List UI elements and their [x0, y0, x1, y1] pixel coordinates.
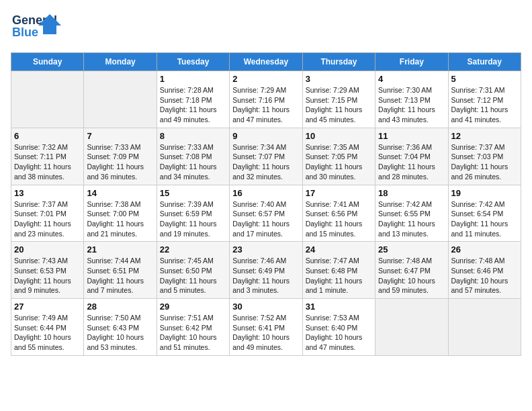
day-number: 17 — [306, 188, 372, 198]
calendar-cell: 4Sunrise: 7:30 AMSunset: 7:13 PMDaylight… — [375, 71, 448, 128]
calendar-cell: 1Sunrise: 7:28 AMSunset: 7:18 PMDaylight… — [157, 71, 229, 128]
day-info: Sunrise: 7:52 AMSunset: 6:41 PMDaylight:… — [232, 313, 299, 353]
day-number: 2 — [232, 74, 299, 84]
day-info: Sunrise: 7:32 AMSunset: 7:11 PMDaylight:… — [14, 142, 81, 182]
day-number: 28 — [87, 302, 153, 312]
day-info: Sunrise: 7:45 AMSunset: 6:50 PMDaylight:… — [160, 256, 226, 295]
calendar-cell: 11Sunrise: 7:36 AMSunset: 7:04 PMDayligh… — [375, 128, 448, 185]
calendar-cell: 10Sunrise: 7:35 AMSunset: 7:05 PMDayligh… — [302, 128, 375, 185]
day-number: 10 — [306, 131, 372, 141]
header-row: SundayMondayTuesdayWednesdayThursdayFrid… — [11, 53, 521, 71]
calendar-cell: 29Sunrise: 7:51 AMSunset: 6:42 PMDayligh… — [157, 299, 229, 356]
calendar-cell: 9Sunrise: 7:34 AMSunset: 7:07 PMDaylight… — [230, 128, 302, 185]
calendar-cell: 15Sunrise: 7:39 AMSunset: 6:59 PMDayligh… — [157, 185, 229, 242]
logo-svg: GeneralBlue — [11, 11, 64, 44]
calendar-week-row: 13Sunrise: 7:37 AMSunset: 7:01 PMDayligh… — [11, 185, 521, 242]
day-number: 30 — [232, 302, 299, 312]
calendar-cell: 14Sunrise: 7:38 AMSunset: 7:00 PMDayligh… — [84, 185, 157, 242]
day-number: 3 — [306, 74, 372, 84]
calendar-cell: 3Sunrise: 7:29 AMSunset: 7:15 PMDaylight… — [302, 71, 375, 128]
calendar-cell — [11, 71, 84, 128]
day-number: 29 — [160, 302, 226, 312]
calendar-cell: 30Sunrise: 7:52 AMSunset: 6:41 PMDayligh… — [230, 299, 302, 356]
calendar-cell: 5Sunrise: 7:31 AMSunset: 7:12 PMDaylight… — [448, 71, 521, 128]
calendar-cell: 12Sunrise: 7:37 AMSunset: 7:03 PMDayligh… — [448, 128, 521, 185]
day-number: 5 — [451, 74, 518, 84]
day-number: 13 — [14, 188, 81, 198]
calendar-cell: 24Sunrise: 7:47 AMSunset: 6:48 PMDayligh… — [302, 242, 375, 299]
day-info: Sunrise: 7:38 AMSunset: 7:00 PMDaylight:… — [87, 199, 153, 239]
day-number: 14 — [87, 188, 153, 198]
day-number: 4 — [378, 74, 445, 84]
calendar-week-row: 27Sunrise: 7:49 AMSunset: 6:44 PMDayligh… — [11, 299, 521, 356]
day-info: Sunrise: 7:35 AMSunset: 7:05 PMDaylight:… — [306, 142, 372, 182]
day-info: Sunrise: 7:33 AMSunset: 7:08 PMDaylight:… — [160, 142, 226, 182]
header-day: Thursday — [302, 53, 375, 71]
day-info: Sunrise: 7:42 AMSunset: 6:54 PMDaylight:… — [451, 199, 518, 239]
calendar-cell: 21Sunrise: 7:44 AMSunset: 6:51 PMDayligh… — [84, 242, 157, 299]
day-number: 25 — [378, 244, 445, 255]
calendar-cell: 18Sunrise: 7:42 AMSunset: 6:55 PMDayligh… — [375, 185, 448, 242]
day-info: Sunrise: 7:44 AMSunset: 6:51 PMDaylight:… — [87, 256, 153, 295]
day-info: Sunrise: 7:29 AMSunset: 7:16 PMDaylight:… — [232, 85, 299, 125]
day-info: Sunrise: 7:48 AMSunset: 6:46 PMDaylight:… — [451, 256, 518, 295]
calendar-header: SundayMondayTuesdayWednesdayThursdayFrid… — [11, 53, 521, 71]
day-number: 9 — [232, 131, 299, 141]
header-day: Saturday — [448, 53, 521, 71]
calendar-week-row: 1Sunrise: 7:28 AMSunset: 7:18 PMDaylight… — [11, 71, 521, 128]
day-info: Sunrise: 7:39 AMSunset: 6:59 PMDaylight:… — [160, 199, 226, 239]
day-info: Sunrise: 7:48 AMSunset: 6:47 PMDaylight:… — [378, 256, 445, 295]
calendar-table: SundayMondayTuesdayWednesdayThursdayFrid… — [11, 52, 521, 356]
calendar-cell — [448, 299, 521, 356]
day-number: 23 — [232, 244, 299, 255]
day-info: Sunrise: 7:49 AMSunset: 6:44 PMDaylight:… — [14, 313, 81, 353]
day-info: Sunrise: 7:30 AMSunset: 7:13 PMDaylight:… — [378, 85, 445, 125]
day-info: Sunrise: 7:28 AMSunset: 7:18 PMDaylight:… — [160, 85, 226, 125]
day-number: 7 — [87, 131, 153, 141]
day-number: 26 — [451, 244, 518, 255]
day-info: Sunrise: 7:33 AMSunset: 7:09 PMDaylight:… — [87, 142, 153, 182]
day-number: 27 — [14, 302, 81, 312]
calendar-cell: 7Sunrise: 7:33 AMSunset: 7:09 PMDaylight… — [84, 128, 157, 185]
calendar-cell: 8Sunrise: 7:33 AMSunset: 7:08 PMDaylight… — [157, 128, 229, 185]
calendar-cell: 27Sunrise: 7:49 AMSunset: 6:44 PMDayligh… — [11, 299, 84, 356]
day-number: 1 — [160, 74, 226, 84]
day-info: Sunrise: 7:31 AMSunset: 7:12 PMDaylight:… — [451, 85, 518, 125]
calendar-cell — [375, 299, 448, 356]
calendar-body: 1Sunrise: 7:28 AMSunset: 7:18 PMDaylight… — [11, 71, 521, 356]
calendar-cell: 20Sunrise: 7:43 AMSunset: 6:53 PMDayligh… — [11, 242, 84, 299]
calendar-cell: 2Sunrise: 7:29 AMSunset: 7:16 PMDaylight… — [230, 71, 302, 128]
header-day: Friday — [375, 53, 448, 71]
day-info: Sunrise: 7:37 AMSunset: 7:03 PMDaylight:… — [451, 142, 518, 182]
calendar-cell: 19Sunrise: 7:42 AMSunset: 6:54 PMDayligh… — [448, 185, 521, 242]
day-info: Sunrise: 7:34 AMSunset: 7:07 PMDaylight:… — [232, 142, 299, 182]
day-info: Sunrise: 7:50 AMSunset: 6:43 PMDaylight:… — [87, 313, 153, 353]
day-info: Sunrise: 7:37 AMSunset: 7:01 PMDaylight:… — [14, 199, 81, 239]
day-number: 11 — [378, 131, 445, 141]
calendar-cell: 17Sunrise: 7:41 AMSunset: 6:56 PMDayligh… — [302, 185, 375, 242]
header-day: Tuesday — [157, 53, 229, 71]
day-number: 21 — [87, 244, 153, 255]
day-number: 22 — [160, 244, 226, 255]
header-day: Wednesday — [230, 53, 302, 71]
day-info: Sunrise: 7:42 AMSunset: 6:55 PMDaylight:… — [378, 199, 445, 239]
day-number: 16 — [232, 188, 299, 198]
day-info: Sunrise: 7:41 AMSunset: 6:56 PMDaylight:… — [306, 199, 372, 239]
day-info: Sunrise: 7:47 AMSunset: 6:48 PMDaylight:… — [306, 256, 372, 295]
day-number: 12 — [451, 131, 518, 141]
calendar-cell: 28Sunrise: 7:50 AMSunset: 6:43 PMDayligh… — [84, 299, 157, 356]
page-header: GeneralBlue — [11, 11, 521, 44]
calendar-week-row: 6Sunrise: 7:32 AMSunset: 7:11 PMDaylight… — [11, 128, 521, 185]
day-number: 24 — [306, 244, 372, 255]
day-info: Sunrise: 7:51 AMSunset: 6:42 PMDaylight:… — [160, 313, 226, 353]
calendar-cell: 6Sunrise: 7:32 AMSunset: 7:11 PMDaylight… — [11, 128, 84, 185]
calendar-cell — [84, 71, 157, 128]
day-info: Sunrise: 7:43 AMSunset: 6:53 PMDaylight:… — [14, 256, 81, 295]
day-info: Sunrise: 7:46 AMSunset: 6:49 PMDaylight:… — [232, 256, 299, 295]
calendar-week-row: 20Sunrise: 7:43 AMSunset: 6:53 PMDayligh… — [11, 242, 521, 299]
header-day: Sunday — [11, 53, 84, 71]
day-number: 6 — [14, 131, 81, 141]
svg-text:Blue: Blue — [12, 26, 38, 39]
calendar-cell: 26Sunrise: 7:48 AMSunset: 6:46 PMDayligh… — [448, 242, 521, 299]
calendar-cell: 22Sunrise: 7:45 AMSunset: 6:50 PMDayligh… — [157, 242, 229, 299]
